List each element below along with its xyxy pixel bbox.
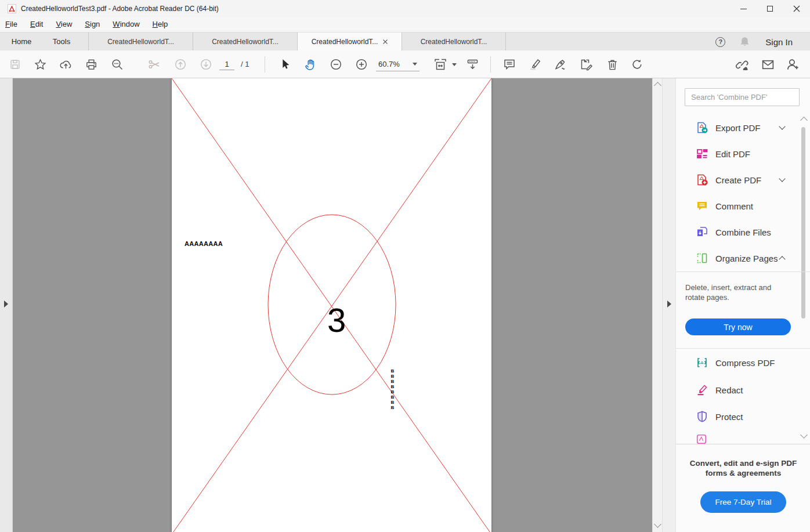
account-button[interactable] <box>782 54 803 75</box>
toolbar-separator <box>490 56 491 73</box>
share-upload-button[interactable] <box>55 54 76 75</box>
tool-label: Comment <box>715 201 753 211</box>
tool-compress-pdf[interactable]: Compress PDF <box>676 350 798 375</box>
edit-tools-button[interactable] <box>576 54 596 75</box>
compress-pdf-icon <box>696 356 708 369</box>
open-navigation-pane-button[interactable] <box>4 301 8 307</box>
print-button[interactable] <box>81 54 102 75</box>
export-pdf-icon <box>696 121 708 134</box>
tool-redact[interactable]: Redact <box>676 377 798 403</box>
collapse-organize-pages[interactable] <box>778 254 786 262</box>
tool-edit-pdf[interactable]: Edit PDF <box>676 141 798 167</box>
expand-export-pdf[interactable] <box>778 124 786 132</box>
minimize-button[interactable] <box>730 0 757 17</box>
snapshot-button[interactable] <box>144 54 165 75</box>
close-button[interactable] <box>783 0 810 17</box>
try-now-button[interactable]: Try now <box>685 319 791 335</box>
document-tab-2[interactable]: CreatedHelloworldT... <box>193 32 297 51</box>
rotate-icon <box>630 57 644 71</box>
comment-button[interactable] <box>499 54 520 75</box>
tab-tools[interactable]: Tools <box>43 32 80 51</box>
tab-home[interactable]: Home <box>0 32 43 51</box>
chevron-down-icon <box>779 123 785 129</box>
main-toolbar: / 1 60.7% <box>0 50 810 78</box>
chevron-up-icon <box>779 256 785 262</box>
vertical-scrollbar[interactable] <box>652 78 662 532</box>
tool-export-pdf[interactable]: Export PDF <box>676 115 798 140</box>
help-button[interactable]: ? <box>715 37 725 47</box>
comment-bubble-icon <box>502 57 516 71</box>
tools-search-input[interactable] <box>685 93 799 102</box>
scroll-up-icon[interactable] <box>654 82 661 89</box>
page-text-right-vertical: BBBBBBBB <box>390 368 395 410</box>
expand-create-pdf[interactable] <box>778 176 786 184</box>
document-tab-label: CreatedHelloworldT... <box>212 38 279 46</box>
main-area: AAAAAAAA 3 BBBBBBBB Export PDF <box>0 78 810 532</box>
envelope-icon <box>761 57 775 72</box>
zoom-in-icon <box>355 57 368 71</box>
tab-close-button[interactable] <box>383 39 388 44</box>
menu-help[interactable]: Help <box>146 17 175 31</box>
collapse-tools-pane-button[interactable] <box>667 301 671 307</box>
tools-search-box[interactable] <box>685 88 800 106</box>
save-icon <box>9 58 21 71</box>
divider <box>676 272 810 272</box>
sidebar-scrollbar-thumb[interactable] <box>801 127 805 319</box>
save-button[interactable] <box>5 54 26 75</box>
menu-sign[interactable]: Sign <box>78 17 106 31</box>
fill-sign-button[interactable] <box>550 54 571 75</box>
document-tab-1[interactable]: CreatedHelloworldT... <box>88 32 193 51</box>
delete-pages-button[interactable] <box>602 54 623 75</box>
menu-edit[interactable]: Edit <box>24 17 49 31</box>
email-button[interactable] <box>757 54 778 75</box>
menu-bar: File Edit View Sign Window Help <box>0 17 810 31</box>
promo-title: Convert, edit and e-sign PDF forms & agr… <box>684 458 803 478</box>
title-bar: CreatedHelloworldTest3.pdf - Adobe Acrob… <box>0 0 810 17</box>
scroll-down-icon[interactable] <box>654 520 661 528</box>
tool-create-pdf[interactable]: Create PDF <box>676 167 798 193</box>
tools-sidebar: Export PDF Edit PDF Create PDF Comment <box>675 78 810 532</box>
page-number-field[interactable] <box>219 58 234 70</box>
free-trial-button[interactable]: Free 7-Day Trial <box>700 491 786 513</box>
selection-tool-button[interactable] <box>274 54 295 75</box>
zoom-level-dropdown[interactable]: 60.7% <box>376 57 420 71</box>
link-cloud-icon <box>735 57 749 72</box>
document-tab-4[interactable]: CreatedHelloworldT... <box>402 32 506 51</box>
previous-page-button[interactable] <box>170 54 191 75</box>
tool-label: Compress PDF <box>715 358 775 368</box>
fit-width-button[interactable] <box>431 54 458 75</box>
tool-combine-files[interactable]: Combine Files <box>676 219 798 245</box>
sign-in-button[interactable]: Sign In <box>765 37 793 47</box>
rotate-pages-button[interactable] <box>627 54 648 75</box>
menu-window[interactable]: Window <box>106 17 146 31</box>
scrolling-mode-button[interactable] <box>462 54 483 75</box>
redact-icon <box>696 383 708 396</box>
window-title: CreatedHelloworldTest3.pdf - Adobe Acrob… <box>21 5 219 13</box>
tool-organize-pages[interactable]: Organize Pages <box>676 245 798 271</box>
highlighter-icon <box>528 57 542 71</box>
star-button[interactable] <box>30 54 50 75</box>
document-canvas: AAAAAAAA 3 BBBBBBBB <box>13 78 652 532</box>
pdf-page[interactable]: AAAAAAAA 3 BBBBBBBB <box>172 78 491 532</box>
edit-pdf-icon <box>696 147 708 160</box>
notifications-button[interactable] <box>739 36 750 48</box>
fit-width-icon <box>433 57 448 71</box>
zoom-in-button[interactable] <box>351 54 372 75</box>
maximize-button[interactable] <box>757 0 783 17</box>
page-count-label: / 1 <box>241 58 249 70</box>
hand-tool-button[interactable] <box>300 54 321 75</box>
menu-file[interactable]: File <box>0 17 24 31</box>
highlight-button[interactable] <box>525 54 545 75</box>
share-link-button[interactable] <box>731 54 752 75</box>
page-number-input[interactable] <box>219 58 234 70</box>
sidebar-scroll-up[interactable] <box>799 118 808 126</box>
tool-protect[interactable]: Protect <box>676 404 798 429</box>
zoom-out-button[interactable] <box>326 54 346 75</box>
tool-comment[interactable]: Comment <box>676 193 798 219</box>
next-page-button[interactable] <box>196 54 216 75</box>
menu-view[interactable]: View <box>49 17 78 31</box>
search-button[interactable] <box>107 54 128 75</box>
document-tab-3-active[interactable]: CreatedHelloworldT... <box>297 32 402 51</box>
page-up-icon <box>173 57 187 71</box>
sidebar-scroll-down[interactable] <box>799 432 808 440</box>
